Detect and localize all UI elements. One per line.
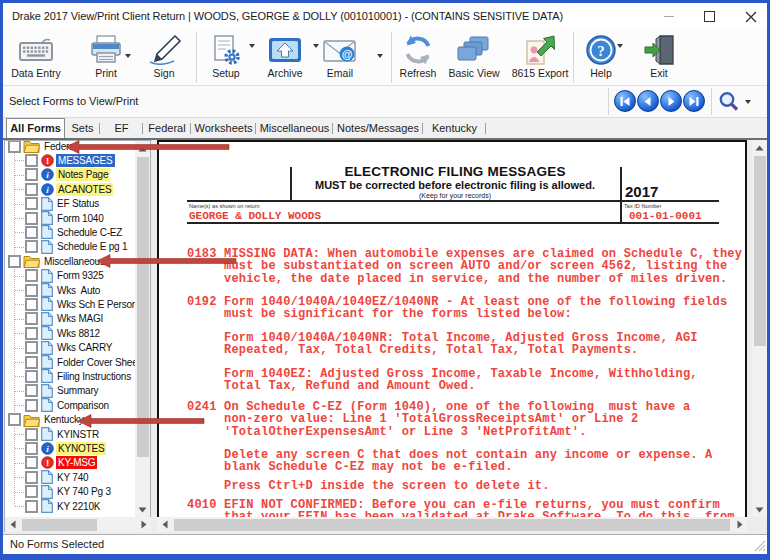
form-checkbox[interactable] bbox=[25, 284, 38, 297]
search-caret-icon[interactable] bbox=[745, 100, 751, 104]
tree-item-label[interactable]: Wks CARRY bbox=[55, 341, 114, 354]
help-label: Help bbox=[576, 67, 626, 79]
scroll-down-icon[interactable] bbox=[135, 502, 150, 517]
email-button[interactable]: @Email bbox=[314, 33, 366, 83]
title-bar[interactable]: Drake 2017 View/Print Client Return | WO… bbox=[3, 3, 767, 31]
form-checkbox[interactable] bbox=[25, 298, 38, 311]
scroll-right-icon[interactable] bbox=[136, 517, 151, 532]
dropdown-caret-icon[interactable] bbox=[617, 44, 623, 48]
tree-item-label[interactable]: Notes Page bbox=[56, 168, 110, 181]
8615-export-button[interactable]: 8615 Export bbox=[509, 33, 571, 83]
form-checkbox[interactable] bbox=[25, 428, 38, 441]
tree-item-label[interactable]: Schedule E pg 1 bbox=[55, 240, 129, 253]
tree-item-label[interactable]: Filing Instructions bbox=[55, 370, 133, 383]
minimize-button[interactable] bbox=[664, 16, 674, 17]
scroll-thumb[interactable] bbox=[137, 157, 149, 457]
tree-item-label[interactable]: Wks Sch E Persona bbox=[55, 298, 145, 311]
nav-first-button[interactable] bbox=[614, 90, 636, 112]
scroll-left-icon[interactable] bbox=[5, 517, 20, 532]
form-checkbox[interactable] bbox=[25, 312, 38, 325]
tree-item-label[interactable]: ACANOTES bbox=[56, 183, 113, 196]
tree-item-label[interactable]: Comparison bbox=[55, 399, 111, 412]
tree-item-label[interactable]: Form 1040 bbox=[55, 212, 106, 225]
form-checkbox[interactable] bbox=[25, 327, 38, 340]
scroll-up-icon[interactable] bbox=[752, 140, 767, 155]
form-checkbox[interactable] bbox=[25, 269, 38, 282]
scroll-right-icon[interactable] bbox=[732, 517, 747, 532]
form-checkbox[interactable] bbox=[25, 240, 38, 253]
tree-item-label[interactable]: KY-MSG bbox=[56, 456, 97, 469]
form-checkbox[interactable] bbox=[25, 197, 38, 210]
tree-item-label[interactable]: Summary bbox=[55, 384, 100, 397]
dropdown-caret-icon[interactable] bbox=[377, 54, 383, 58]
basic-view-button[interactable]: Basic View bbox=[443, 33, 505, 83]
scroll-down-icon[interactable] bbox=[752, 502, 767, 517]
form-checkbox[interactable] bbox=[25, 226, 38, 239]
section-checkbox[interactable] bbox=[8, 413, 21, 426]
form-checkbox[interactable] bbox=[25, 384, 38, 397]
section-checkbox[interactable] bbox=[8, 140, 21, 153]
form-checkbox[interactable] bbox=[25, 399, 38, 412]
help-button[interactable]: ?Help bbox=[576, 33, 626, 83]
print-button[interactable]: Print bbox=[78, 33, 134, 83]
maximize-button[interactable] bbox=[704, 11, 715, 22]
form-checkbox[interactable] bbox=[25, 356, 38, 369]
form-checkbox[interactable] bbox=[25, 154, 38, 167]
horizontal-scrollbar[interactable] bbox=[157, 517, 747, 532]
tab-miscellaneous[interactable]: Miscellaneous bbox=[256, 120, 333, 138]
tree-item-label[interactable]: KY 740 bbox=[55, 471, 90, 484]
form-checkbox[interactable] bbox=[25, 168, 38, 181]
close-button[interactable] bbox=[745, 11, 757, 23]
form-checkbox[interactable] bbox=[25, 341, 38, 354]
vertical-scrollbar[interactable] bbox=[135, 141, 150, 517]
sign-button[interactable]: Sign bbox=[136, 33, 192, 83]
refresh-label: Refresh bbox=[390, 67, 446, 79]
window-title: Drake 2017 View/Print Client Return | WO… bbox=[12, 3, 563, 30]
scroll-thumb[interactable] bbox=[754, 156, 766, 346]
tab-notes-messages[interactable]: Notes/Messages bbox=[333, 120, 423, 138]
tab-federal[interactable]: Federal bbox=[143, 120, 191, 138]
form-checkbox[interactable] bbox=[25, 212, 38, 225]
tab-ef[interactable]: EF bbox=[100, 120, 143, 138]
dropdown-caret-icon[interactable] bbox=[125, 54, 131, 58]
nav-previous-button[interactable] bbox=[637, 90, 659, 112]
ef-message-0192b: Form 1040EZ: Adjusted Gross Income, Taxa… bbox=[187, 368, 698, 393]
form-checkbox[interactable] bbox=[25, 500, 38, 513]
tree-item-label[interactable]: KY 2210K bbox=[55, 500, 102, 513]
exit-button[interactable]: Exit bbox=[635, 33, 683, 83]
scroll-thumb[interactable] bbox=[174, 519, 730, 531]
data-entry-button[interactable]: Data Entry bbox=[7, 33, 65, 83]
refresh-button[interactable]: Refresh bbox=[390, 33, 446, 83]
tree-item-label[interactable]: EF Status bbox=[55, 197, 101, 210]
form-checkbox[interactable] bbox=[25, 370, 38, 383]
horizontal-scrollbar[interactable] bbox=[5, 517, 151, 532]
tree-item-label[interactable]: KY 740 Pg 3 bbox=[55, 485, 113, 498]
form-checkbox[interactable] bbox=[25, 485, 38, 498]
tree-item-label[interactable]: KYNOTES bbox=[56, 442, 106, 455]
resize-grip[interactable] bbox=[754, 540, 766, 552]
tree-item-label[interactable]: Folder Cover Sheet bbox=[55, 356, 142, 369]
form-checkbox[interactable] bbox=[25, 456, 38, 469]
tree-item-label[interactable]: Wks 8812 bbox=[55, 327, 102, 340]
tab-kentucky[interactable]: Kentucky bbox=[423, 120, 486, 138]
nav-next-button[interactable] bbox=[660, 90, 682, 112]
tab-worksheets[interactable]: Worksheets bbox=[191, 120, 256, 138]
vertical-scrollbar[interactable] bbox=[752, 140, 767, 517]
form-checkbox[interactable] bbox=[25, 183, 38, 196]
section-checkbox[interactable] bbox=[8, 255, 21, 268]
doc-note: (Keep for your records) bbox=[290, 192, 620, 199]
tab-all-forms[interactable]: All Forms bbox=[6, 118, 65, 138]
form-checkbox[interactable] bbox=[25, 471, 38, 484]
nav-last-button[interactable] bbox=[683, 90, 705, 112]
scroll-left-icon[interactable] bbox=[157, 517, 172, 532]
tree-item-label[interactable]: Schedule C-EZ bbox=[55, 226, 124, 239]
tree-item-label[interactable]: Wks Auto bbox=[55, 284, 102, 297]
tab-sets[interactable]: Sets bbox=[65, 120, 100, 138]
archive-button[interactable]: Archive bbox=[255, 33, 315, 83]
search-button[interactable] bbox=[717, 90, 741, 118]
scroll-thumb[interactable] bbox=[22, 519, 97, 531]
tree-item-label[interactable]: Wks MAGI bbox=[55, 312, 105, 325]
setup-button[interactable]: Setup bbox=[198, 33, 254, 83]
form-checkbox[interactable] bbox=[25, 442, 38, 455]
ef-message-4010: 4010 EFIN NOT CONFIRMED: Before you can … bbox=[187, 499, 735, 517]
